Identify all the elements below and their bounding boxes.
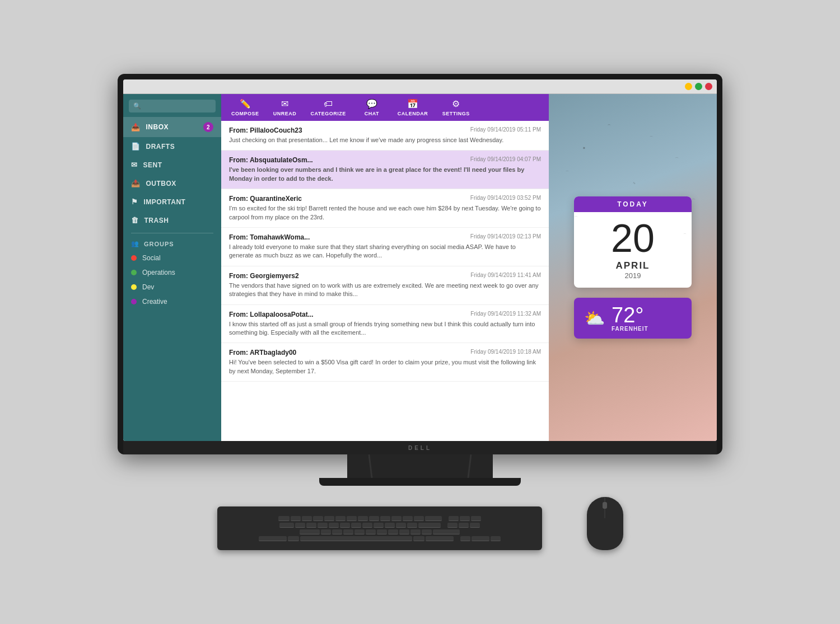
peripherals xyxy=(217,497,623,550)
monitor-stand-area xyxy=(319,454,521,486)
keyboard[interactable] xyxy=(217,506,542,550)
search-bar[interactable]: 🔍 xyxy=(129,100,216,112)
nav-item-outbox[interactable]: 📤 OUTBOX xyxy=(123,174,221,193)
email-list: From: PillalooCouch23 Friday 09/14/2019 … xyxy=(221,121,549,441)
email-date-5: Friday 09/14/2019 11:32 AM xyxy=(470,311,541,318)
drafts-icon: 📄 xyxy=(131,142,141,151)
email-date-4: Friday 09/14/2019 11:41 AM xyxy=(470,272,541,280)
group-item-creative[interactable]: Creative xyxy=(123,294,221,309)
toolbar-calendar[interactable]: 📅 CALENDAR xyxy=(398,98,428,116)
chat-label: CHAT xyxy=(365,111,379,116)
calendar-month: APRIL xyxy=(574,260,692,271)
email-preview-6: Hi! You've been selected to win a $500 V… xyxy=(229,358,541,376)
email-item-0[interactable]: From: PillalooCouch23 Friday 09/14/2019 … xyxy=(221,121,549,151)
toolbar-compose[interactable]: ✏️ COMPOSE xyxy=(231,98,259,116)
today-bar: TODAY xyxy=(574,196,692,212)
email-date-6: Friday 09/14/2019 10:18 AM xyxy=(470,349,541,356)
email-preview-4: The vendors that have signed on to work … xyxy=(229,281,541,299)
compose-icon: ✏️ xyxy=(240,98,251,109)
dev-label: Dev xyxy=(142,283,154,291)
email-from-1: From: AbsquatulateOsm... xyxy=(229,156,313,164)
email-date-2: Friday 09/14/2019 03:52 PM xyxy=(470,195,541,203)
important-icon: ⚑ xyxy=(131,198,138,206)
unread-label: UNREAD xyxy=(273,111,297,116)
groups-header: 👥 GROUPS xyxy=(123,237,221,251)
email-preview-5: I know this started off as just a small … xyxy=(229,320,541,337)
categorize-icon: 🏷 xyxy=(324,99,333,109)
email-preview-3: I already told everyone to make sure tha… xyxy=(229,243,541,260)
inbox-icon: 📥 xyxy=(131,123,141,132)
close-button[interactable] xyxy=(705,83,712,90)
email-preview-0: Just checking on that presentation... Le… xyxy=(229,136,541,144)
inbox-badge: 2 xyxy=(203,122,213,132)
email-preview-2: I'm so excited for the ski trip! Barrett… xyxy=(229,204,541,222)
unread-icon: ✉ xyxy=(281,98,288,109)
maximize-button[interactable] xyxy=(695,83,702,90)
toolbar-unread[interactable]: ✉ UNREAD xyxy=(273,98,297,116)
calendar-icon: 📅 xyxy=(407,98,418,109)
email-from-2: From: QuarantineXeric xyxy=(229,195,302,203)
group-item-operations[interactable]: Operations xyxy=(123,265,221,280)
monitor-container: 🔍 📥 INBOX 2 📄 DRAFTS xyxy=(118,74,722,550)
sent-label: SENT xyxy=(143,161,162,169)
email-item-6[interactable]: From: ARTbaglady00 Friday 09/14/2019 10:… xyxy=(221,343,549,382)
group-item-dev[interactable]: Dev xyxy=(123,280,221,294)
groups-label: GROUPS xyxy=(144,241,174,247)
nav-item-trash[interactable]: 🗑 TRASH xyxy=(123,211,221,229)
email-item-5[interactable]: From: LollapaloosaPotat... Friday 09/14/… xyxy=(221,305,549,344)
email-item-4[interactable]: From: Georgiemyers2 Friday 09/14/2019 11… xyxy=(221,266,549,305)
calendar-year: 2019 xyxy=(574,271,692,288)
monitor-screen: 🔍 📥 INBOX 2 📄 DRAFTS xyxy=(123,79,717,441)
email-from-6: From: ARTbaglady00 xyxy=(229,349,296,356)
operations-dot xyxy=(131,270,137,275)
calendar-widget: TODAY 20 APRIL 2019 xyxy=(574,196,692,288)
categorize-label: CATEGORIZE xyxy=(311,111,346,116)
drafts-label: DRAFTS xyxy=(146,143,175,151)
mouse[interactable] xyxy=(587,497,623,550)
social-label: Social xyxy=(142,254,161,262)
monitor-brand: DELL xyxy=(408,445,432,451)
email-item-2[interactable]: From: QuarantineXeric Friday 09/14/2019 … xyxy=(221,189,549,228)
search-input[interactable] xyxy=(144,103,211,110)
title-bar xyxy=(123,79,717,94)
groups-icon: 👥 xyxy=(131,240,139,247)
sidebar-divider xyxy=(131,233,213,233)
center-panel: ✏️ COMPOSE ✉ UNREAD 🏷 CATEGORIZE xyxy=(221,94,549,441)
nav-item-sent[interactable]: ✉ SENT xyxy=(123,156,221,174)
minimize-button[interactable] xyxy=(685,83,692,90)
nav-item-inbox[interactable]: 📥 INBOX 2 xyxy=(123,117,221,137)
email-item-3[interactable]: From: TomahawkWoma... Friday 09/14/2019 … xyxy=(221,228,549,266)
sidebar: 🔍 📥 INBOX 2 📄 DRAFTS xyxy=(123,94,221,441)
inbox-label: INBOX xyxy=(146,123,169,131)
toolbar-categorize[interactable]: 🏷 CATEGORIZE xyxy=(311,99,346,116)
weather-icon: ⛅ xyxy=(584,308,605,328)
calendar-label: CALENDAR xyxy=(398,111,428,116)
important-label: IMPORTANT xyxy=(144,198,186,206)
social-dot xyxy=(131,255,137,261)
toolbar-settings[interactable]: ⚙ SETTINGS xyxy=(441,98,470,116)
nav-item-drafts[interactable]: 📄 DRAFTS xyxy=(123,137,221,156)
weather-unit: FARENHEIT xyxy=(612,326,648,332)
settings-icon: ⚙ xyxy=(452,98,460,109)
toolbar-chat[interactable]: 💬 CHAT xyxy=(360,98,384,116)
app-window: 🔍 📥 INBOX 2 📄 DRAFTS xyxy=(123,79,717,441)
operations-label: Operations xyxy=(142,269,175,276)
email-from-3: From: TomahawkWoma... xyxy=(229,233,310,241)
search-icon: 🔍 xyxy=(133,102,141,110)
email-from-0: From: PillalooCouch23 xyxy=(229,126,302,134)
calendar-day: 20 xyxy=(574,212,692,260)
chat-icon: 💬 xyxy=(366,98,377,109)
outbox-label: OUTBOX xyxy=(146,180,176,187)
email-date-0: Friday 09/14/2019 05:11 PM xyxy=(470,126,541,134)
nav-item-important[interactable]: ⚑ IMPORTANT xyxy=(123,193,221,211)
group-item-social[interactable]: Social xyxy=(123,251,221,265)
toolbar: ✏️ COMPOSE ✉ UNREAD 🏷 CATEGORIZE xyxy=(221,94,549,121)
monitor-outer: 🔍 📥 INBOX 2 📄 DRAFTS xyxy=(118,74,722,454)
trash-label: TRASH xyxy=(144,217,169,224)
email-item-1[interactable]: From: AbsquatulateOsm... Friday 09/14/20… xyxy=(221,151,549,189)
monitor-base xyxy=(319,478,521,486)
email-preview-1: I've been looking over numbers and I thi… xyxy=(229,166,541,183)
compose-label: COMPOSE xyxy=(231,111,259,116)
weather-widget: ⛅ 72° FARENHEIT xyxy=(574,298,692,339)
right-panel: ✦ ⌒ ⌒ ∿ ⌢ ⌒ ⌒ ⌒ ⌒ xyxy=(549,94,717,441)
